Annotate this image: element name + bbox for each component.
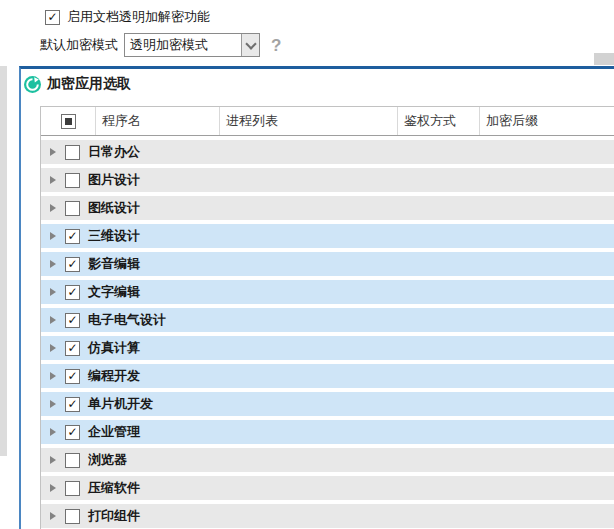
row-label: 编程开发 [88, 367, 140, 385]
default-mode-label: 默认加密模式 [40, 36, 118, 54]
header-select-all-cell [41, 107, 96, 135]
dropdown-button[interactable] [241, 34, 259, 56]
expand-arrow-icon[interactable] [50, 204, 56, 212]
check-icon: ✓ [67, 370, 77, 382]
indeterminate-mark [65, 118, 72, 125]
row-label: 压缩软件 [88, 479, 140, 497]
check-icon: ✓ [67, 230, 77, 242]
row-checkbox[interactable] [65, 481, 80, 496]
table-row[interactable]: ✓ 三维设计 [41, 224, 614, 248]
expand-arrow-icon[interactable] [50, 148, 56, 156]
header-process-list: 进程列表 [220, 107, 398, 135]
table-row[interactable]: ✓ 单片机开发 [41, 392, 614, 416]
chevron-down-icon [245, 38, 256, 49]
app-table-header: 程序名 进程列表 鉴权方式 加密后缀 [41, 107, 614, 136]
settings-section: ✓ 启用文档透明加解密功能 默认加密模式 透明加密模式 ? [0, 0, 614, 66]
enable-transparent-encryption-label: 启用文档透明加解密功能 [67, 8, 210, 26]
row-checkbox[interactable]: ✓ [65, 257, 80, 272]
check-icon: ✓ [47, 11, 57, 23]
row-checkbox[interactable] [65, 173, 80, 188]
expand-arrow-icon[interactable] [50, 260, 56, 268]
row-label: 企业管理 [88, 423, 140, 441]
default-mode-select[interactable]: 透明加密模式 [124, 33, 260, 57]
header-encrypt-suffix: 加密后缀 [480, 107, 614, 135]
row-label: 打印组件 [88, 507, 140, 525]
expand-arrow-icon[interactable] [50, 288, 56, 296]
expand-arrow-icon[interactable] [50, 512, 56, 520]
row-checkbox[interactable] [65, 201, 80, 216]
expand-arrow-icon[interactable] [50, 372, 56, 380]
table-row[interactable]: ✓ 文字编辑 [41, 280, 614, 304]
row-label: 浏览器 [88, 451, 127, 469]
row-label: 日常办公 [88, 143, 140, 161]
table-row[interactable]: ✓ 影音编辑 [41, 252, 614, 276]
row-label: 图片设计 [88, 171, 140, 189]
table-row[interactable]: 图纸设计 [41, 196, 614, 220]
row-label: 三维设计 [88, 227, 140, 245]
help-icon[interactable]: ? [271, 37, 281, 54]
expand-arrow-icon[interactable] [50, 232, 56, 240]
row-checkbox[interactable]: ✓ [65, 425, 80, 440]
app-table: 程序名 进程列表 鉴权方式 加密后缀 日常办公 图片设计 图纸设计 ✓ 三维设计… [40, 106, 614, 529]
table-row[interactable]: 压缩软件 [41, 476, 614, 500]
row-checkbox[interactable]: ✓ [65, 341, 80, 356]
default-mode-value: 透明加密模式 [125, 36, 241, 54]
row-label: 单片机开发 [88, 395, 153, 413]
expand-arrow-icon[interactable] [50, 176, 56, 184]
check-icon: ✓ [67, 398, 77, 410]
expand-arrow-icon[interactable] [50, 456, 56, 464]
app-table-body: 日常办公 图片设计 图纸设计 ✓ 三维设计 ✓ 影音编辑 ✓ 文字编辑 ✓ 电子… [41, 136, 614, 528]
table-row[interactable]: ✓ 编程开发 [41, 364, 614, 388]
scrollbar-track[interactable] [0, 0, 7, 456]
header-auth-method: 鉴权方式 [398, 107, 480, 135]
row-checkbox[interactable]: ✓ [65, 369, 80, 384]
check-icon: ✓ [67, 258, 77, 270]
table-row[interactable]: ✓ 仿真计算 [41, 336, 614, 360]
select-all-checkbox[interactable] [61, 114, 76, 129]
row-label: 图纸设计 [88, 199, 140, 217]
check-icon: ✓ [67, 314, 77, 326]
table-row[interactable]: 打印组件 [41, 504, 614, 528]
table-row[interactable]: ✓ 企业管理 [41, 420, 614, 444]
row-label: 电子电气设计 [88, 311, 166, 329]
expand-arrow-icon[interactable] [50, 484, 56, 492]
expand-arrow-icon[interactable] [50, 344, 56, 352]
panel-title: 加密应用选取 [47, 75, 131, 93]
check-icon: ✓ [67, 342, 77, 354]
scrollbar-fragment [594, 53, 614, 65]
table-row[interactable]: ✓ 电子电气设计 [41, 308, 614, 332]
circular-arrow-icon [24, 76, 41, 93]
check-icon: ✓ [67, 286, 77, 298]
row-checkbox[interactable] [65, 453, 80, 468]
encryption-app-panel: 加密应用选取 程序名 进程列表 鉴权方式 加密后缀 日常办公 图片设计 图纸设计… [19, 66, 614, 529]
row-checkbox[interactable]: ✓ [65, 229, 80, 244]
row-checkbox[interactable]: ✓ [65, 313, 80, 328]
check-icon: ✓ [67, 426, 77, 438]
row-checkbox[interactable] [65, 509, 80, 524]
expand-arrow-icon[interactable] [50, 316, 56, 324]
expand-arrow-icon[interactable] [50, 400, 56, 408]
header-program-name: 程序名 [96, 107, 220, 135]
enable-transparent-encryption-checkbox[interactable]: ✓ [45, 10, 60, 25]
table-row[interactable]: 浏览器 [41, 448, 614, 472]
row-checkbox[interactable]: ✓ [65, 285, 80, 300]
expand-arrow-icon[interactable] [50, 428, 56, 436]
row-checkbox[interactable] [65, 145, 80, 160]
table-row[interactable]: 图片设计 [41, 168, 614, 192]
table-row[interactable]: 日常办公 [41, 140, 614, 164]
row-checkbox[interactable]: ✓ [65, 397, 80, 412]
row-label: 影音编辑 [88, 255, 140, 273]
row-label: 仿真计算 [88, 339, 140, 357]
row-label: 文字编辑 [88, 283, 140, 301]
